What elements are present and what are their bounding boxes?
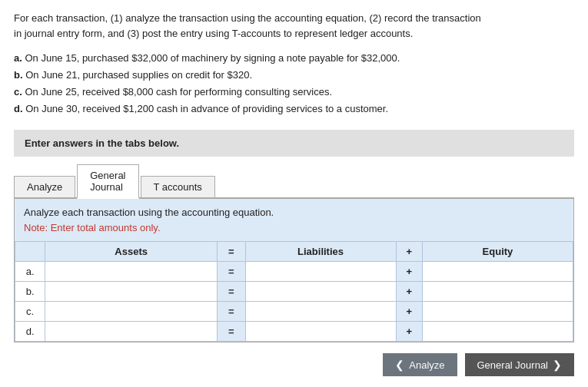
op-c: = <box>218 302 245 322</box>
liabilities-input-b[interactable] <box>245 282 396 302</box>
plus-a: + <box>396 262 422 282</box>
tab-t-accounts[interactable]: T accounts <box>141 176 215 197</box>
assets-field-a[interactable] <box>49 266 213 277</box>
tab-analyze[interactable]: Analyze <box>14 176 75 197</box>
liabilities-input-d[interactable] <box>245 322 396 342</box>
row-label-d: d. <box>15 322 45 342</box>
equity-field-a[interactable] <box>427 266 569 277</box>
row-label-b: b. <box>15 282 45 302</box>
equation-table: Assets = Liabilities + Equity a. = + <box>15 241 573 342</box>
assets-input-b[interactable] <box>45 282 218 302</box>
liabilities-input-a[interactable] <box>245 262 396 282</box>
equity-field-b[interactable] <box>427 286 569 297</box>
row-label-a: a. <box>15 262 45 282</box>
op-a: = <box>218 262 245 282</box>
liabilities-field-b[interactable] <box>250 286 392 297</box>
general-journal-next-button[interactable]: General Journal ❯ <box>465 353 575 376</box>
equity-input-b[interactable] <box>422 282 573 302</box>
table-row: c. = + <box>15 302 573 322</box>
equity-field-c[interactable] <box>427 306 569 317</box>
header-op1: = <box>218 242 245 262</box>
equity-input-c[interactable] <box>422 302 573 322</box>
equity-input-a[interactable] <box>422 262 573 282</box>
assets-input-d[interactable] <box>45 322 218 342</box>
assets-field-c[interactable] <box>49 306 213 317</box>
analyze-back-button[interactable]: ❮ Analyze <box>383 353 457 376</box>
analyze-back-arrow: ❮ <box>395 359 404 371</box>
header-equity: Equity <box>422 242 573 262</box>
tab-content-analyze: Analyze each transaction using the accou… <box>14 199 574 342</box>
general-journal-label: General Journal <box>477 359 549 371</box>
plus-d: + <box>396 322 422 342</box>
tabs-row: Analyze GeneralJournal T accounts <box>14 164 574 199</box>
table-row: a. = + <box>15 262 573 282</box>
header-plus: + <box>396 242 422 262</box>
assets-input-c[interactable] <box>45 302 218 322</box>
op-d: = <box>218 322 245 342</box>
header-assets: Assets <box>45 242 218 262</box>
liabilities-field-d[interactable] <box>250 326 392 337</box>
instructions: For each transaction, (1) analyze the tr… <box>14 11 574 41</box>
table-row: b. = + <box>15 282 573 302</box>
analyze-note: Analyze each transaction using the accou… <box>15 199 573 241</box>
equity-input-d[interactable] <box>422 322 573 342</box>
analyze-back-label: Analyze <box>409 359 444 371</box>
assets-input-a[interactable] <box>45 262 218 282</box>
header-liabilities: Liabilities <box>245 242 396 262</box>
row-label-c: c. <box>15 302 45 322</box>
plus-b: + <box>396 282 422 302</box>
note-highlight: Note: Enter total amounts only. <box>24 222 161 233</box>
liabilities-input-c[interactable] <box>245 302 396 322</box>
plus-c: + <box>396 302 422 322</box>
assets-field-b[interactable] <box>49 286 213 297</box>
assets-field-d[interactable] <box>49 326 213 337</box>
op-b: = <box>218 282 245 302</box>
liabilities-field-c[interactable] <box>250 306 392 317</box>
bottom-nav: ❮ Analyze General Journal ❯ <box>14 353 574 376</box>
enter-answers-bar: Enter answers in the tabs below. <box>14 130 574 157</box>
tab-general-journal[interactable]: GeneralJournal <box>77 164 138 199</box>
general-journal-arrow: ❯ <box>553 359 562 371</box>
liabilities-field-a[interactable] <box>250 266 392 277</box>
equity-field-d[interactable] <box>427 326 569 337</box>
transactions-list: a. On June 15, purchased $32,000 of mach… <box>14 50 574 117</box>
table-row: d. = + <box>15 322 573 342</box>
